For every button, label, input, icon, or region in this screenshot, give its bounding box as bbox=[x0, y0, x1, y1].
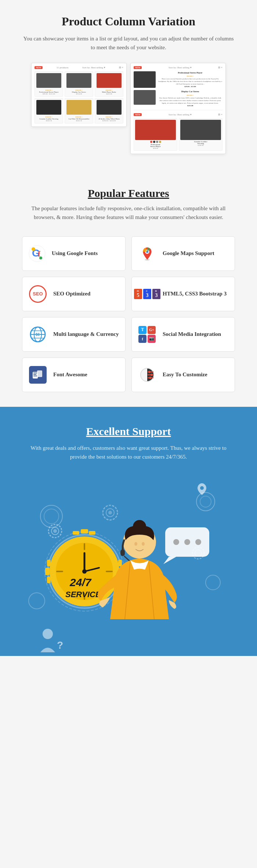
feature-seo: SEO SEO Optimized bbox=[22, 277, 126, 311]
svg-point-66 bbox=[195, 539, 201, 545]
multilang-icon: $€ bbox=[28, 325, 47, 344]
feature-fontawesome: Font Awesome bbox=[22, 358, 126, 392]
single-product-title-2: Display Car Stereo bbox=[158, 90, 222, 93]
svg-point-30 bbox=[206, 575, 220, 590]
product-price: $102.50 bbox=[66, 120, 91, 122]
support-title: Excellent Support bbox=[22, 425, 235, 438]
features-subtitle: The popular features include fully respo… bbox=[22, 204, 235, 222]
svg-point-65 bbox=[184, 539, 190, 545]
svg-rect-16 bbox=[33, 374, 36, 375]
bottom-product-item: ProfessionalStereo Player $29.00 bbox=[134, 118, 177, 151]
svg-point-23 bbox=[151, 374, 153, 376]
single-product-image-2 bbox=[134, 90, 156, 105]
bootstrap-badge: B3 bbox=[152, 289, 160, 299]
single-product-stars-2: ★★★★☆ bbox=[158, 94, 222, 97]
mockup-header-left: NEW 11 products Sort by: Best selling ▾ … bbox=[35, 66, 123, 69]
fa-svg bbox=[32, 369, 44, 381]
product-section: Product Column Variation You can showcas… bbox=[0, 0, 257, 169]
svg-point-57 bbox=[128, 527, 136, 534]
customize-icon bbox=[138, 365, 157, 384]
new-badge-bottom: NEW bbox=[134, 113, 142, 116]
seo-badge: SEO bbox=[29, 285, 47, 303]
fontawesome-badge bbox=[29, 366, 47, 384]
feature-social: 𝕋 G+ f 📷 Social Media Integration bbox=[131, 317, 235, 352]
product-section-title: Product Column Variation bbox=[22, 15, 235, 28]
bottom-view-toggle: ⊞ ≡ bbox=[218, 113, 222, 116]
svg-rect-35 bbox=[81, 529, 88, 534]
bottom-product-image-2 bbox=[180, 120, 221, 140]
bottom-product-name-2: Genuine LeatherSteering bbox=[180, 141, 221, 144]
support-svg: 24/7 SERVICE bbox=[22, 472, 235, 656]
html5-label: HTML5, CSS3 Bootstrap 3 bbox=[163, 290, 227, 298]
product-item: ★★★★☆ Display Car Stereo $354.00 bbox=[65, 71, 93, 97]
globe-svg: $€ bbox=[29, 326, 47, 343]
social-badges: 𝕋 G+ f 📷 bbox=[138, 326, 156, 343]
customize-svg bbox=[138, 366, 156, 384]
html5-badge: H5 bbox=[134, 289, 142, 299]
single-product-info-2: Display Car Stereo ★★★★☆ Our classic Dol… bbox=[158, 90, 222, 107]
bottom-product-item-2: Genuine LeatherSteering $180.00 bbox=[179, 118, 222, 151]
single-product-price: $29.00 - $53.00 bbox=[158, 85, 222, 88]
svg-point-69 bbox=[53, 529, 57, 533]
css3-badge: C3 bbox=[143, 289, 151, 299]
svg-point-25 bbox=[149, 377, 151, 379]
svg-point-72 bbox=[108, 511, 112, 514]
support-description: With great deals and offers, customers a… bbox=[22, 444, 235, 461]
single-product-price-2: $235.00 bbox=[158, 104, 222, 107]
single-product-top: Professional Stereo Player ★★★★☆ There w… bbox=[134, 71, 222, 88]
bottom-product-image bbox=[135, 120, 176, 140]
svg-rect-15 bbox=[33, 373, 37, 373]
seo-icon: SEO bbox=[28, 284, 47, 304]
google-maps-label: Google Maps Support bbox=[163, 250, 214, 257]
product-price: $99.00 - $125.00 bbox=[36, 93, 61, 95]
svg-text:SERVICE: SERVICE bbox=[65, 590, 101, 599]
svg-point-4 bbox=[39, 257, 42, 259]
svg-rect-37 bbox=[73, 531, 79, 535]
google-maps-svg bbox=[140, 246, 155, 261]
svg-text:24/7: 24/7 bbox=[69, 576, 92, 588]
feature-google-fonts: G f Using Google Fonts bbox=[22, 236, 126, 271]
svg-point-21 bbox=[148, 371, 151, 373]
single-product-description: There were several Sansfire products tha… bbox=[158, 78, 222, 85]
twitter-badge: 𝕋 bbox=[138, 326, 146, 334]
single-product-description-2: Our classic Dolichs are made from 100% c… bbox=[158, 97, 222, 104]
bottom-product-price-2: $180.00 bbox=[180, 144, 221, 146]
product-item: ★★★★☆ Genuine Leather Steering $102.50 bbox=[35, 98, 63, 123]
social-label: Social Media Integration bbox=[163, 330, 221, 338]
swatch-gray bbox=[156, 141, 158, 143]
bottom-sort: Sort by: Best selling ▾ bbox=[169, 113, 192, 116]
support-section: Excellent Support With great deals and o… bbox=[0, 407, 257, 656]
product-image bbox=[36, 100, 61, 115]
product-image bbox=[66, 100, 91, 115]
svg-point-59 bbox=[142, 542, 145, 546]
swatch-gold bbox=[159, 141, 161, 143]
features-section: Popular Features The popular features in… bbox=[0, 169, 257, 407]
feature-google-maps: Google Maps Support bbox=[131, 236, 235, 271]
svg-point-27 bbox=[44, 509, 59, 524]
multilang-label: Multi language & Currency bbox=[53, 330, 119, 338]
sort-options: Sort by: Best selling ▾ bbox=[82, 66, 105, 69]
svg-rect-18 bbox=[37, 370, 42, 377]
svg-point-31 bbox=[29, 593, 45, 609]
customize-label: Easy To Customize bbox=[163, 371, 207, 379]
product-grid: ★★★★☆ Professional Stereo Player $99.00 … bbox=[35, 71, 123, 123]
fontawesome-icon bbox=[28, 365, 47, 384]
svg-point-28 bbox=[196, 492, 215, 511]
google-fonts-icon: G f bbox=[28, 245, 46, 262]
single-product-info: Professional Stereo Player ★★★★☆ There w… bbox=[158, 71, 222, 88]
product-item: ★★★★☆ Car Filter Oil Dissassembler $102.… bbox=[65, 98, 93, 123]
view-toggle-right: ⊞ ≡ bbox=[218, 66, 222, 69]
google-fonts-label: Using Google Fonts bbox=[52, 250, 98, 257]
single-product-second: Display Car Stereo ★★★★☆ Our classic Dol… bbox=[134, 90, 222, 107]
single-product-stars: ★★★★☆ bbox=[158, 75, 222, 78]
svg-text:$€: $€ bbox=[36, 333, 40, 337]
product-image bbox=[36, 73, 61, 88]
product-image bbox=[97, 73, 122, 88]
social-icon: 𝕋 G+ f 📷 bbox=[138, 325, 157, 344]
gplus-badge: G+ bbox=[148, 326, 156, 334]
mockup-header-right: NEW Sort by: Best selling ▾ ⊞ ≡ bbox=[134, 66, 222, 69]
sort-label: Sort by: Best selling ▾ bbox=[169, 66, 192, 69]
features-grid: G f Using Google Fonts Goo bbox=[22, 236, 235, 392]
product-count: 11 products bbox=[57, 66, 69, 69]
svg-point-58 bbox=[134, 542, 137, 546]
